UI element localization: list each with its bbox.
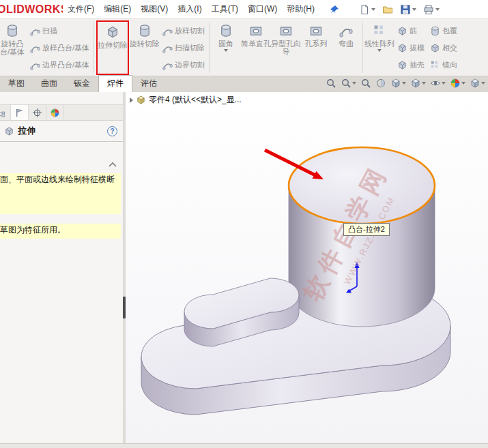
ribbon-button-hole-wizard[interactable]: 异型孔向导: [271, 20, 301, 75]
open-document-button[interactable]: [382, 4, 393, 15]
chevron-down-icon: [352, 82, 356, 85]
ribbon-button-label: 抽壳: [410, 60, 425, 70]
ribbon-button-label: 边界凸台/基体: [42, 60, 89, 70]
ribbon-button-label: 放样凸台/基体: [42, 43, 89, 53]
menu-item-file[interactable]: 文件(F): [63, 0, 99, 18]
edit-appearance-button[interactable]: [450, 78, 465, 89]
ribbon-button-sweep[interactable]: 扫描: [27, 23, 92, 40]
new-document-button[interactable]: [359, 4, 375, 15]
pin-menu-button[interactable]: [329, 4, 340, 15]
section-view-button[interactable]: [375, 78, 386, 89]
print-button[interactable]: [423, 4, 440, 15]
tab-configuration-manager[interactable]: [29, 105, 46, 120]
message-section-header: [0, 158, 123, 170]
ribbon-button-label: 异型孔向导: [271, 40, 301, 56]
ribbon-button-label: 弯曲: [339, 40, 354, 48]
menu-item-insert[interactable]: 插入(I): [173, 0, 206, 18]
shell-icon: [397, 60, 407, 70]
ribbon-button-wrap[interactable]: 包覆: [427, 23, 460, 40]
display-style-button[interactable]: [410, 78, 426, 89]
lofted-cut-icon: [162, 26, 173, 36]
collapse-chevron-icon[interactable]: [108, 161, 117, 168]
ribbon-separator: [94, 23, 94, 73]
ribbon-button-rib[interactable]: 筋: [394, 23, 427, 40]
rib-icon: [397, 26, 407, 36]
status-bar: [0, 443, 488, 448]
view-orientation-icon: [390, 78, 401, 89]
ribbon-button-flex[interactable]: 弯曲: [331, 20, 361, 75]
ribbon-button-label: 扫描切除: [175, 43, 205, 53]
swept-cut-icon: [162, 43, 173, 53]
ribbon-button-lofted-cut[interactable]: 放样切割: [160, 23, 207, 40]
ribbon-button-lofted-boss[interactable]: 放样凸台/基体: [27, 40, 92, 57]
ribbon-button-boundary-cut[interactable]: 边界切割: [160, 57, 207, 74]
tab-sheet-metal[interactable]: 钣金: [66, 76, 98, 92]
hole-wizard-icon: [279, 24, 293, 38]
tab-display-manager[interactable]: [46, 105, 64, 120]
ribbon-button-label: 圆角: [218, 40, 233, 48]
expander-icon[interactable]: [130, 98, 133, 103]
view-settings-button[interactable]: [470, 78, 485, 89]
ribbon-button-label: 边界切割: [175, 60, 205, 70]
graphics-viewport[interactable]: 零件4 (默认<<默认>_显...: [126, 92, 488, 443]
configuration-icon: [32, 108, 42, 118]
menu-item-view[interactable]: 视图(V): [136, 0, 173, 18]
command-manager-tabbar: 草图 曲面 钣金 焊件 评估: [0, 76, 488, 92]
message-box-primary: 面、平面或边线来绘制特征横断: [0, 173, 121, 214]
tab-property-manager[interactable]: [11, 105, 29, 120]
ribbon-button-draft[interactable]: 拔模: [394, 40, 427, 57]
panel-divider: [0, 141, 123, 142]
tab-sketch[interactable]: 草图: [0, 76, 33, 92]
ribbon-button-fillet[interactable]: 圆角: [211, 20, 241, 75]
lofted-boss-icon: [30, 43, 40, 53]
ribbon-button-extruded-cut[interactable]: 拉伸切除: [98, 22, 128, 74]
ribbon-button-mirror[interactable]: 镜向: [427, 57, 460, 74]
ribbon-button-simple-hole[interactable]: 简单直孔: [241, 20, 271, 75]
feature-small-buttons-a: 筋 拔模 抽壳: [394, 20, 427, 75]
help-button[interactable]: ?: [107, 126, 117, 136]
menu-item-window[interactable]: 窗口(W): [243, 0, 282, 18]
highlight-box: 拉伸切除: [96, 20, 129, 75]
quick-access-toolbar: [359, 4, 440, 15]
ribbon-button-label: 筋: [410, 26, 417, 36]
menu-item-help[interactable]: 帮助(H): [282, 0, 319, 18]
solidworks-window: OLIDWORKS 文件(F) 编辑(E) 视图(V) 插入(I) 工具(T) …: [0, 0, 488, 448]
sweep-icon: [30, 26, 40, 36]
menu-item-edit[interactable]: 编辑(E): [99, 0, 136, 18]
ribbon-button-boundary-boss[interactable]: 边界凸台/基体: [27, 57, 92, 74]
chevron-down-icon: [422, 82, 426, 85]
zoom-fit-button[interactable]: [326, 78, 336, 89]
ribbon-button-label: 镜向: [442, 60, 457, 70]
cut-small-buttons: 放样切割 扫描切除 边界切割: [160, 20, 207, 75]
hide-show-items-button[interactable]: [430, 78, 446, 89]
zoom-area-button[interactable]: [341, 78, 356, 89]
message-text: 草图为特征所用。: [0, 225, 66, 235]
previous-view-button[interactable]: [360, 78, 371, 89]
ribbon-button-revolved-cut[interactable]: 旋转切除: [130, 20, 160, 75]
feature-tree-root[interactable]: 零件4 (默认<<默认>_显...: [130, 94, 242, 106]
model-canvas[interactable]: 软件自学网 WWW.RJZXW.COM: [126, 92, 488, 443]
view-settings-icon: [470, 78, 480, 89]
ribbon-button-label: 相交: [442, 43, 457, 53]
ribbon-button-linear-pattern[interactable]: 线性阵列: [364, 20, 394, 75]
tab-weldments[interactable]: 焊件: [98, 75, 132, 92]
display-style-icon: [410, 78, 421, 89]
ribbon-button-label: 线性阵列: [364, 40, 394, 48]
tab-feature-manager[interactable]: [0, 105, 11, 120]
ribbon-button-intersect[interactable]: 相交: [427, 40, 460, 57]
section-view-icon: [375, 78, 386, 89]
save-button[interactable]: [400, 4, 416, 15]
view-orientation-button[interactable]: [390, 78, 406, 89]
tab-surfaces[interactable]: 曲面: [33, 76, 66, 92]
chevron-down-icon: [435, 8, 440, 11]
ribbon-button-swept-cut[interactable]: 扫描切除: [160, 40, 207, 57]
boundary-cut-icon: [162, 60, 173, 70]
pin-icon: [329, 4, 340, 15]
save-icon: [400, 4, 411, 15]
ribbon-button-shell[interactable]: 抽壳: [394, 57, 427, 74]
ribbon-button-hole-series[interactable]: 孔系列: [301, 20, 331, 75]
menu-item-tools[interactable]: 工具(T): [207, 0, 243, 18]
ribbon-button-label: 扫描: [42, 26, 57, 36]
ribbon-button-revolved-boss[interactable]: 旋转凸台/基体: [0, 20, 27, 75]
tab-evaluate[interactable]: 评估: [132, 76, 165, 92]
